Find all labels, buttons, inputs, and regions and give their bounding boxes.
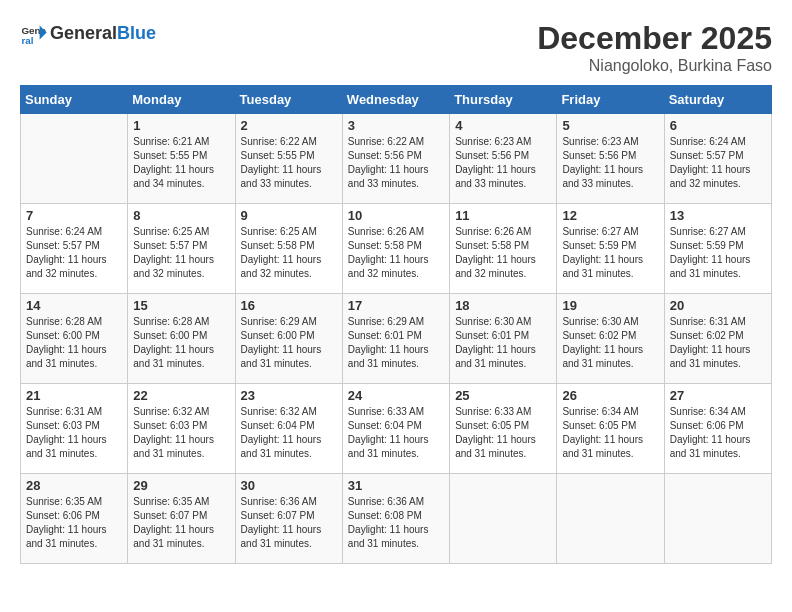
day-info: Sunrise: 6:32 AMSunset: 6:04 PMDaylight:… (241, 405, 337, 461)
header-sunday: Sunday (21, 86, 128, 114)
day-number: 6 (670, 118, 766, 133)
day-number: 7 (26, 208, 122, 223)
calendar-cell: 23Sunrise: 6:32 AMSunset: 6:04 PMDayligh… (235, 384, 342, 474)
day-info: Sunrise: 6:29 AMSunset: 6:00 PMDaylight:… (241, 315, 337, 371)
day-number: 28 (26, 478, 122, 493)
day-number: 23 (241, 388, 337, 403)
day-number: 5 (562, 118, 658, 133)
svg-text:ral: ral (21, 35, 33, 46)
day-number: 29 (133, 478, 229, 493)
header-monday: Monday (128, 86, 235, 114)
day-number: 2 (241, 118, 337, 133)
calendar-cell: 24Sunrise: 6:33 AMSunset: 6:04 PMDayligh… (342, 384, 449, 474)
calendar-cell: 28Sunrise: 6:35 AMSunset: 6:06 PMDayligh… (21, 474, 128, 564)
month-title: December 2025 (537, 20, 772, 57)
calendar-week-row: 28Sunrise: 6:35 AMSunset: 6:06 PMDayligh… (21, 474, 772, 564)
day-number: 20 (670, 298, 766, 313)
calendar-cell: 16Sunrise: 6:29 AMSunset: 6:00 PMDayligh… (235, 294, 342, 384)
calendar-cell: 30Sunrise: 6:36 AMSunset: 6:07 PMDayligh… (235, 474, 342, 564)
day-number: 14 (26, 298, 122, 313)
calendar-cell: 7Sunrise: 6:24 AMSunset: 5:57 PMDaylight… (21, 204, 128, 294)
day-info: Sunrise: 6:32 AMSunset: 6:03 PMDaylight:… (133, 405, 229, 461)
logo-blue: Blue (117, 23, 156, 43)
day-info: Sunrise: 6:34 AMSunset: 6:06 PMDaylight:… (670, 405, 766, 461)
calendar-cell (450, 474, 557, 564)
day-info: Sunrise: 6:21 AMSunset: 5:55 PMDaylight:… (133, 135, 229, 191)
day-info: Sunrise: 6:25 AMSunset: 5:58 PMDaylight:… (241, 225, 337, 281)
header-thursday: Thursday (450, 86, 557, 114)
page-header: Gene ral GeneralBlue December 2025 Niang… (20, 20, 772, 75)
day-info: Sunrise: 6:22 AMSunset: 5:55 PMDaylight:… (241, 135, 337, 191)
day-number: 12 (562, 208, 658, 223)
calendar-cell: 29Sunrise: 6:35 AMSunset: 6:07 PMDayligh… (128, 474, 235, 564)
day-number: 3 (348, 118, 444, 133)
day-info: Sunrise: 6:33 AMSunset: 6:04 PMDaylight:… (348, 405, 444, 461)
logo: Gene ral GeneralBlue (20, 20, 156, 48)
day-number: 31 (348, 478, 444, 493)
day-info: Sunrise: 6:31 AMSunset: 6:02 PMDaylight:… (670, 315, 766, 371)
calendar-cell: 13Sunrise: 6:27 AMSunset: 5:59 PMDayligh… (664, 204, 771, 294)
calendar-cell: 18Sunrise: 6:30 AMSunset: 6:01 PMDayligh… (450, 294, 557, 384)
day-info: Sunrise: 6:28 AMSunset: 6:00 PMDaylight:… (26, 315, 122, 371)
header-tuesday: Tuesday (235, 86, 342, 114)
day-number: 24 (348, 388, 444, 403)
calendar-cell: 17Sunrise: 6:29 AMSunset: 6:01 PMDayligh… (342, 294, 449, 384)
calendar-cell: 12Sunrise: 6:27 AMSunset: 5:59 PMDayligh… (557, 204, 664, 294)
day-number: 10 (348, 208, 444, 223)
day-info: Sunrise: 6:36 AMSunset: 6:07 PMDaylight:… (241, 495, 337, 551)
header-friday: Friday (557, 86, 664, 114)
calendar-cell: 15Sunrise: 6:28 AMSunset: 6:00 PMDayligh… (128, 294, 235, 384)
day-number: 17 (348, 298, 444, 313)
calendar-header-row: SundayMondayTuesdayWednesdayThursdayFrid… (21, 86, 772, 114)
day-number: 15 (133, 298, 229, 313)
day-number: 27 (670, 388, 766, 403)
day-info: Sunrise: 6:31 AMSunset: 6:03 PMDaylight:… (26, 405, 122, 461)
calendar-cell: 11Sunrise: 6:26 AMSunset: 5:58 PMDayligh… (450, 204, 557, 294)
day-info: Sunrise: 6:28 AMSunset: 6:00 PMDaylight:… (133, 315, 229, 371)
title-block: December 2025 Niangoloko, Burkina Faso (537, 20, 772, 75)
day-info: Sunrise: 6:23 AMSunset: 5:56 PMDaylight:… (562, 135, 658, 191)
calendar-week-row: 21Sunrise: 6:31 AMSunset: 6:03 PMDayligh… (21, 384, 772, 474)
calendar-cell: 5Sunrise: 6:23 AMSunset: 5:56 PMDaylight… (557, 114, 664, 204)
day-number: 21 (26, 388, 122, 403)
day-info: Sunrise: 6:25 AMSunset: 5:57 PMDaylight:… (133, 225, 229, 281)
day-number: 4 (455, 118, 551, 133)
calendar-cell (557, 474, 664, 564)
calendar-cell: 26Sunrise: 6:34 AMSunset: 6:05 PMDayligh… (557, 384, 664, 474)
calendar-cell: 6Sunrise: 6:24 AMSunset: 5:57 PMDaylight… (664, 114, 771, 204)
calendar-cell: 2Sunrise: 6:22 AMSunset: 5:55 PMDaylight… (235, 114, 342, 204)
day-number: 9 (241, 208, 337, 223)
day-number: 19 (562, 298, 658, 313)
day-info: Sunrise: 6:34 AMSunset: 6:05 PMDaylight:… (562, 405, 658, 461)
calendar-cell: 27Sunrise: 6:34 AMSunset: 6:06 PMDayligh… (664, 384, 771, 474)
calendar-week-row: 7Sunrise: 6:24 AMSunset: 5:57 PMDaylight… (21, 204, 772, 294)
day-info: Sunrise: 6:22 AMSunset: 5:56 PMDaylight:… (348, 135, 444, 191)
day-number: 22 (133, 388, 229, 403)
day-info: Sunrise: 6:30 AMSunset: 6:01 PMDaylight:… (455, 315, 551, 371)
calendar-cell: 14Sunrise: 6:28 AMSunset: 6:00 PMDayligh… (21, 294, 128, 384)
day-info: Sunrise: 6:33 AMSunset: 6:05 PMDaylight:… (455, 405, 551, 461)
day-number: 1 (133, 118, 229, 133)
day-number: 25 (455, 388, 551, 403)
calendar-table: SundayMondayTuesdayWednesdayThursdayFrid… (20, 85, 772, 564)
day-number: 18 (455, 298, 551, 313)
day-info: Sunrise: 6:29 AMSunset: 6:01 PMDaylight:… (348, 315, 444, 371)
calendar-cell: 1Sunrise: 6:21 AMSunset: 5:55 PMDaylight… (128, 114, 235, 204)
calendar-cell: 3Sunrise: 6:22 AMSunset: 5:56 PMDaylight… (342, 114, 449, 204)
calendar-cell: 8Sunrise: 6:25 AMSunset: 5:57 PMDaylight… (128, 204, 235, 294)
day-number: 26 (562, 388, 658, 403)
day-info: Sunrise: 6:27 AMSunset: 5:59 PMDaylight:… (670, 225, 766, 281)
calendar-cell (664, 474, 771, 564)
calendar-cell: 19Sunrise: 6:30 AMSunset: 6:02 PMDayligh… (557, 294, 664, 384)
day-info: Sunrise: 6:23 AMSunset: 5:56 PMDaylight:… (455, 135, 551, 191)
calendar-cell: 4Sunrise: 6:23 AMSunset: 5:56 PMDaylight… (450, 114, 557, 204)
calendar-cell: 21Sunrise: 6:31 AMSunset: 6:03 PMDayligh… (21, 384, 128, 474)
day-number: 16 (241, 298, 337, 313)
calendar-cell: 20Sunrise: 6:31 AMSunset: 6:02 PMDayligh… (664, 294, 771, 384)
day-info: Sunrise: 6:30 AMSunset: 6:02 PMDaylight:… (562, 315, 658, 371)
day-info: Sunrise: 6:35 AMSunset: 6:06 PMDaylight:… (26, 495, 122, 551)
day-number: 13 (670, 208, 766, 223)
day-info: Sunrise: 6:26 AMSunset: 5:58 PMDaylight:… (348, 225, 444, 281)
location-subtitle: Niangoloko, Burkina Faso (537, 57, 772, 75)
day-info: Sunrise: 6:24 AMSunset: 5:57 PMDaylight:… (26, 225, 122, 281)
